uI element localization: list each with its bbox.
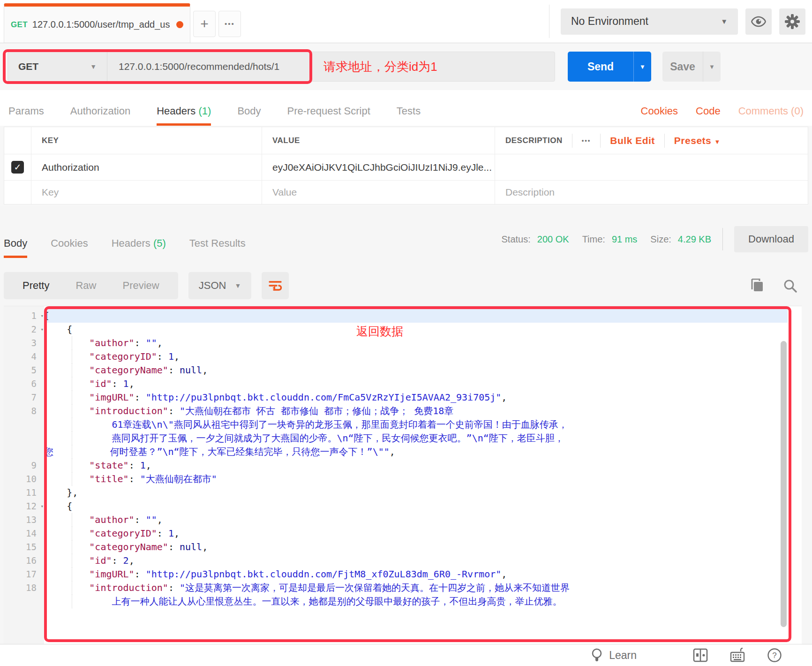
code-line: 上有一种人能让人从心里恨意丛生。一直以来，她都是别的父母眼中最好的孩子，不但出身… [4, 595, 802, 608]
line-number[interactable]: 15 [4, 540, 44, 554]
line-number[interactable]: 9 [4, 459, 44, 472]
response-tab-cookies[interactable]: Cookies [51, 237, 88, 258]
learn-button[interactable]: Learn [591, 648, 637, 662]
line-number[interactable] [4, 595, 44, 608]
help-button[interactable]: ? [767, 648, 782, 663]
save-button[interactable]: Save [662, 52, 703, 82]
tab-method-badge: GET [11, 20, 28, 30]
code-link[interactable]: Code [696, 105, 721, 117]
search-button[interactable] [783, 279, 797, 293]
size-value: 4.29 KB [678, 234, 711, 245]
fold-arrow-icon[interactable]: ▾ [40, 309, 44, 323]
code-line-content: 燕同风打开了玉佩，一夕之间就成为了大燕国的少帝。\n“陛下，民女伺候您更衣吧。”… [44, 431, 802, 445]
search-icon [783, 279, 797, 293]
environment-quicklook-button[interactable] [745, 8, 772, 35]
chevron-down-icon: ▼ [709, 63, 715, 70]
environment-label: No Environment [571, 15, 648, 28]
line-number[interactable]: 4 [4, 350, 44, 363]
header-row-empty: Key Value Description [4, 181, 808, 204]
response-tab-body[interactable]: Body [4, 237, 27, 258]
tab-prerequest-script[interactable]: Pre-request Script [287, 105, 370, 126]
header-row-authorization: ✓ Authorization eyJ0eXAiOiJKV1QiLCJhbGci… [4, 154, 808, 181]
tab-authorization[interactable]: Authorization [70, 105, 130, 126]
method-select[interactable]: GET ▼ [8, 52, 107, 81]
key-input-placeholder[interactable]: Key [31, 181, 262, 204]
keyboard-icon [729, 648, 745, 663]
response-tab-test-results[interactable]: Test Results [189, 237, 246, 258]
eye-icon [751, 16, 767, 27]
tab-url-label: 127.0.0.1:5000/user/tmp_add_us [32, 19, 172, 30]
shortcuts-button[interactable] [729, 648, 745, 663]
cookies-link[interactable]: Cookies [641, 105, 678, 117]
response-tab-headers[interactable]: Headers (5) [112, 237, 166, 258]
language-select[interactable]: JSON ▼ [188, 272, 252, 299]
divider [722, 228, 723, 250]
line-number[interactable]: 3 [4, 336, 44, 350]
code-line-content: "categoryName": null, [44, 540, 802, 554]
fold-arrow-icon[interactable]: ▾ [40, 500, 44, 513]
tab-headers-count: (1) [199, 105, 211, 117]
fold-arrow-icon[interactable]: ▾ [40, 323, 44, 336]
description-input-placeholder[interactable]: Description [495, 181, 808, 204]
tab-params[interactable]: Params [8, 105, 44, 126]
environment-area: No Environment ▼ [549, 5, 812, 38]
tab-body[interactable]: Body [237, 105, 261, 126]
copy-button[interactable] [750, 279, 764, 293]
response-tab-headers-label: Headers [112, 237, 150, 249]
environment-select[interactable]: No Environment ▼ [561, 8, 738, 35]
line-number[interactable]: 12▾ [4, 500, 44, 513]
response-meta-row: Body Cookies Headers (5) Test Results St… [0, 226, 812, 258]
layout-panes-button[interactable] [693, 648, 708, 662]
line-number[interactable]: 13 [4, 513, 44, 527]
download-button[interactable]: Download [734, 226, 808, 252]
chevron-down-icon: ▼ [714, 138, 721, 145]
mode-raw[interactable]: Raw [62, 280, 109, 292]
send-options-button[interactable]: ▼ [633, 52, 651, 82]
tab-headers[interactable]: Headers (1) [157, 105, 211, 126]
vertical-scrollbar[interactable] [781, 341, 787, 627]
new-tab-button[interactable]: + [193, 11, 216, 37]
bulk-edit-link[interactable]: Bulk Edit [610, 135, 655, 146]
line-number[interactable]: 5 [4, 363, 44, 377]
request-tab[interactable]: GET 127.0.0.1:5000/user/tmp_add_us [4, 3, 190, 43]
line-number[interactable]: 14 [4, 527, 44, 540]
line-number[interactable] [4, 431, 44, 445]
value-input-placeholder[interactable]: Value [262, 181, 495, 204]
wrap-lines-button[interactable] [262, 272, 289, 299]
send-button[interactable]: Send [568, 52, 633, 82]
line-number[interactable]: 2▾ [4, 323, 44, 336]
save-button-group: Save ▼ [662, 52, 721, 82]
row-check-cell [4, 181, 31, 204]
header-value-cell[interactable]: eyJ0eXAiOiJKV1QiLCJhbGciOiJIUzI1NiJ9.eyJ… [262, 154, 495, 180]
save-options-button[interactable]: ▼ [703, 52, 721, 82]
line-number[interactable]: 18 [4, 581, 44, 595]
settings-button[interactable] [779, 8, 805, 35]
line-number[interactable] [4, 418, 44, 431]
code-line-content: "state": 1, [44, 459, 802, 472]
mode-pretty[interactable]: Pretty [9, 280, 62, 292]
more-options-button[interactable]: ••• [582, 137, 591, 144]
code-line-content: "introduction": "这是莫离第一次离家，可是却是最后一次保留着她的… [44, 581, 802, 595]
response-body-viewer[interactable]: 1▾[2▾ {3 "author": "",4 "categoryID": 1,… [4, 306, 802, 644]
line-number[interactable]: 17 [4, 568, 44, 581]
mode-preview[interactable]: Preview [109, 280, 172, 292]
line-number[interactable]: 10 [4, 472, 44, 486]
language-label: JSON [199, 280, 226, 292]
header-key-cell[interactable]: Authorization [31, 154, 262, 180]
more-tabs-button[interactable]: ••• [218, 11, 241, 37]
tab-tests[interactable]: Tests [397, 105, 421, 126]
line-number[interactable]: 6 [4, 377, 44, 391]
header-description-cell[interactable] [495, 154, 808, 180]
code-line-content: "id": 2, [44, 554, 802, 568]
checked-checkbox[interactable]: ✓ [11, 161, 24, 174]
line-number[interactable]: 1▾ [4, 309, 44, 323]
line-number[interactable]: 7 [4, 391, 44, 404]
line-number[interactable]: 8 [4, 404, 44, 418]
line-number[interactable]: 16 [4, 554, 44, 568]
response-section: Body Cookies Headers (5) Test Results St… [0, 206, 812, 644]
presets-dropdown[interactable]: Presets ▼ [674, 135, 721, 146]
comments-link[interactable]: Comments (0) [738, 105, 804, 117]
code-line-content: "title": "大燕仙朝在都市" [44, 472, 802, 486]
line-number[interactable]: 11 [4, 486, 44, 500]
line-number[interactable] [4, 445, 44, 459]
